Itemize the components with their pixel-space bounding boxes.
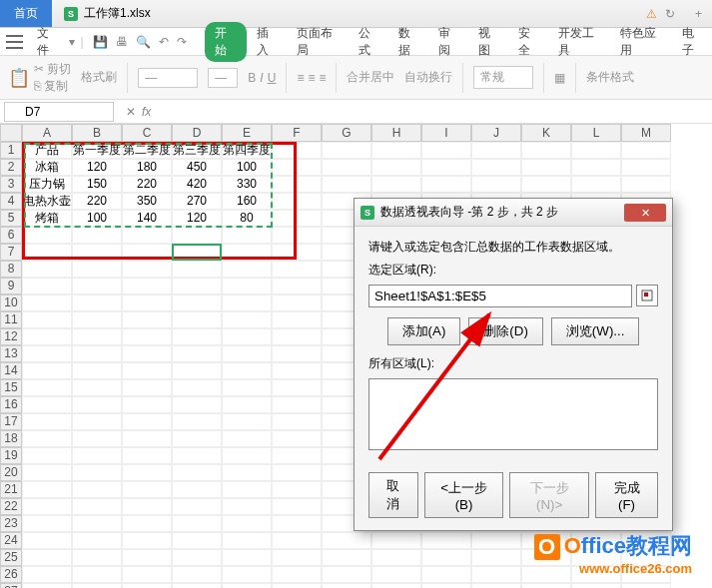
cell[interactable] [72,498,122,515]
cell[interactable] [122,413,172,430]
preview-icon[interactable]: 🔍 [136,35,151,49]
cell[interactable] [72,261,122,278]
cell[interactable]: 140 [122,210,172,227]
cell[interactable] [421,566,471,583]
cell[interactable]: 120 [172,210,222,227]
cell[interactable] [222,396,272,413]
menu-view[interactable]: 视图 [470,21,508,63]
cell[interactable] [22,294,72,311]
cell[interactable] [272,464,322,481]
cell[interactable]: 180 [122,159,172,176]
cell[interactable]: 产品 [22,142,72,159]
cell[interactable] [471,549,521,566]
cell[interactable] [122,227,172,244]
autowrap-button[interactable]: 自动换行 [404,69,452,86]
cell[interactable] [72,227,122,244]
cell[interactable] [122,328,172,345]
cell[interactable] [22,566,72,583]
cell[interactable] [72,583,122,588]
all-ranges-list[interactable] [368,378,658,450]
cell[interactable] [172,362,222,379]
cell[interactable] [22,532,72,549]
cell[interactable] [122,464,172,481]
cell[interactable] [272,311,322,328]
cell[interactable] [272,159,322,176]
cell[interactable] [122,532,172,549]
cell[interactable] [22,328,72,345]
cell[interactable] [371,566,421,583]
cell[interactable] [122,362,172,379]
cell[interactable] [222,345,272,362]
cell[interactable] [272,193,322,210]
column-header[interactable]: L [571,124,621,142]
cell[interactable] [222,261,272,278]
cell[interactable]: 80 [222,210,272,227]
cell[interactable] [421,583,471,588]
cell[interactable]: 100 [72,210,122,227]
cell[interactable] [222,515,272,532]
align-center-icon[interactable]: ≡ [308,71,315,85]
cell[interactable]: 160 [222,193,272,210]
cell[interactable] [72,430,122,447]
cell[interactable]: 270 [172,193,222,210]
cell[interactable] [371,142,421,159]
menu-insert[interactable]: 插入 [249,21,287,63]
cell[interactable] [272,481,322,498]
fx-icon[interactable]: fx [142,105,151,119]
menu-review[interactable]: 审阅 [430,21,468,63]
cell[interactable] [421,142,471,159]
cell[interactable] [621,176,671,193]
cell[interactable] [22,583,72,588]
cell[interactable] [272,142,322,159]
row-header[interactable]: 25 [0,549,22,566]
cell[interactable] [72,549,122,566]
cell[interactable] [322,549,371,566]
cell[interactable] [22,278,72,294]
row-header[interactable]: 4 [0,193,22,210]
cell[interactable] [322,566,371,583]
column-header[interactable]: E [222,124,272,142]
cell[interactable] [222,413,272,430]
cell[interactable] [122,481,172,498]
cell[interactable] [172,278,222,294]
cell[interactable] [22,227,72,244]
cell[interactable] [172,379,222,396]
underline-button[interactable]: U [268,71,277,85]
cell[interactable] [322,532,371,549]
cell[interactable] [322,142,371,159]
cell[interactable] [222,294,272,311]
cell[interactable] [172,345,222,362]
cell[interactable]: 第三季度 [172,142,222,159]
cell[interactable] [421,159,471,176]
cell[interactable] [172,515,222,532]
cell[interactable] [272,430,322,447]
cell[interactable] [22,311,72,328]
cell[interactable]: 第二季度 [122,142,172,159]
cell[interactable] [421,532,471,549]
cell[interactable] [571,142,621,159]
cell[interactable] [72,294,122,311]
file-menu[interactable]: 文件 [29,21,67,63]
cell[interactable] [22,515,72,532]
cell[interactable] [272,328,322,345]
finish-button[interactable]: 完成(F) [595,472,658,518]
cell[interactable] [222,583,272,588]
cancel-button[interactable]: 取消 [368,472,418,518]
cell[interactable] [222,430,272,447]
cell[interactable] [521,159,571,176]
cell[interactable] [122,566,172,583]
cell[interactable] [22,481,72,498]
row-header[interactable]: 5 [0,210,22,227]
cell[interactable] [322,159,371,176]
cell[interactable] [222,566,272,583]
cell[interactable] [72,379,122,396]
cell[interactable] [122,244,172,261]
row-header[interactable]: 14 [0,362,22,379]
cell[interactable] [172,583,222,588]
redo-icon[interactable]: ↷ [177,35,187,49]
menu-devtools[interactable]: 开发工具 [550,21,610,63]
cell[interactable] [272,583,322,588]
cell[interactable] [272,532,322,549]
align-right-icon[interactable]: ≡ [319,71,326,85]
copy-button[interactable]: ⎘ 复制 [34,78,71,95]
